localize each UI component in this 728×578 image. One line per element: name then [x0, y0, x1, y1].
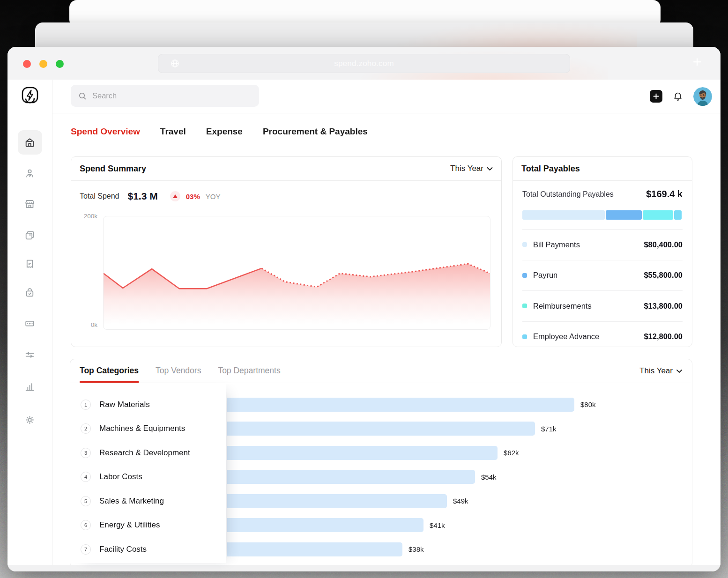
rank-badge: 5	[81, 496, 91, 506]
rank-badge: 1	[81, 400, 91, 410]
category-bar-value: $38k	[409, 545, 424, 553]
total-payables-title: Total Payables	[521, 164, 580, 174]
spend-summary-period-dropdown[interactable]: This Year	[450, 164, 493, 173]
category-bars: $80k $71k $62k $54k $49k $41k $38k	[227, 393, 692, 562]
add-button[interactable]	[650, 90, 662, 103]
category-row: 3Research & Development	[70, 441, 226, 465]
category-bar	[227, 398, 574, 412]
outstanding-value: $169.4 k	[646, 189, 683, 200]
cards-icon	[24, 230, 36, 241]
top-categories-body: $80k $71k $62k $54k $49k $41k $38k 1Raw …	[70, 383, 692, 567]
category-row: 7Facility Costs	[70, 537, 226, 562]
category-bar	[227, 542, 402, 556]
legend-label: Bill Payments	[533, 240, 580, 249]
period-value: This Year	[450, 164, 483, 173]
category-row: 1Raw Materials	[70, 393, 226, 417]
legend-row: Reimbursements $13,800.00	[522, 290, 683, 321]
app-logo	[20, 85, 40, 106]
top-spend-period-dropdown[interactable]: This Year	[639, 366, 683, 376]
sidebar	[7, 80, 52, 565]
outstanding-label: Total Outstanding Payables	[522, 190, 614, 199]
legend-swatch	[522, 304, 527, 308]
window-zoom-button[interactable]	[56, 60, 64, 68]
sidebar-item-settings[interactable]	[18, 408, 42, 432]
total-spend-value: $1.3 M	[128, 191, 158, 202]
top-spend-card: Top Categories Top Vendors Top Departmen…	[70, 359, 692, 568]
category-row: 2Machines & Equipments	[70, 417, 226, 441]
tab-spend-overview[interactable]: Spend Overview	[71, 126, 140, 137]
yoy-percent: 03%	[186, 193, 200, 200]
rank-badge: 4	[81, 472, 91, 482]
sidebar-item-receipts[interactable]	[18, 252, 42, 276]
legend-label: Payrun	[533, 271, 557, 280]
avatar[interactable]	[693, 87, 712, 106]
rank-badge: 3	[81, 448, 91, 458]
global-search[interactable]	[71, 85, 259, 107]
chevron-down-icon	[676, 369, 683, 373]
yoy-up-badge	[170, 191, 180, 201]
bag-check-icon	[24, 287, 36, 298]
rank-badge: 6	[81, 520, 91, 530]
legend-value: $80,400.00	[644, 240, 683, 249]
category-bar-row: $54k	[227, 465, 692, 489]
plus-icon	[653, 93, 659, 99]
category-bar-row: $62k	[227, 441, 692, 465]
category-bar	[227, 494, 447, 508]
period-value: This Year	[639, 366, 673, 376]
legend-value: $12,800.00	[644, 332, 683, 341]
sidebar-item-analytics[interactable]	[18, 374, 42, 399]
receipt-icon	[24, 258, 36, 270]
category-row: 6Energy & Utilities	[70, 513, 226, 538]
search-input[interactable]	[91, 91, 248, 101]
tab-travel[interactable]: Travel	[160, 126, 186, 137]
category-bar-value: $71k	[541, 425, 557, 433]
legend-row: Bill Payments $80,400.00	[522, 229, 683, 260]
new-tab-button[interactable]: +	[690, 55, 705, 70]
sidebar-item-purchases[interactable]	[18, 280, 42, 304]
spend-trend-plot	[103, 216, 490, 330]
app-header	[52, 80, 721, 113]
tab-procurement-payables[interactable]: Procurement & Payables	[263, 126, 368, 137]
category-label: Energy & Utilities	[99, 520, 160, 530]
arrow-up-icon	[173, 194, 178, 198]
address-bar-url: spend.zoho.com	[334, 59, 394, 68]
category-label: Research & Development	[99, 448, 190, 458]
tab-top-vendors[interactable]: Top Vendors	[156, 359, 201, 383]
window-minimize-button[interactable]	[39, 60, 47, 68]
total-payables-card: Total Payables Total Outstanding Payable…	[513, 156, 692, 347]
category-list-panel: 1Raw Materials 2Machines & Equipments 3R…	[70, 383, 226, 563]
category-bar	[227, 422, 535, 436]
sidebar-item-home[interactable]	[18, 130, 42, 155]
spend-trend-chart	[104, 216, 490, 329]
legend-swatch	[522, 242, 527, 247]
tab-top-departments[interactable]: Top Departments	[218, 359, 280, 383]
total-spend-label: Total Spend	[80, 192, 119, 200]
sidebar-item-store[interactable]	[18, 192, 42, 216]
legend-row: Employee Advance $12,800.00	[522, 321, 683, 352]
sidebar-item-cards[interactable]	[18, 223, 42, 247]
total-payables-header: Total Payables	[513, 157, 692, 181]
legend-row: Payrun $55,800.00	[522, 260, 683, 291]
legend-value: $13,800.00	[644, 302, 683, 311]
payables-legend: Bill Payments $80,400.00 Payrun $55,800.…	[522, 229, 683, 352]
payables-progress-segment	[674, 210, 682, 220]
address-bar[interactable]: spend.zoho.com	[158, 54, 570, 73]
window-close-button[interactable]	[23, 60, 31, 68]
category-bar-value: $62k	[504, 449, 519, 457]
category-label: Labor Costs	[99, 472, 142, 482]
legend-swatch	[522, 334, 527, 339]
yoy-label: YOY	[206, 193, 221, 200]
sidebar-item-controls[interactable]	[18, 342, 42, 367]
sidebar-item-payments[interactable]	[18, 311, 42, 335]
home-icon	[24, 137, 36, 148]
bell-icon[interactable]	[672, 91, 683, 102]
top-spend-header: Top Categories Top Vendors Top Departmen…	[70, 359, 692, 383]
category-bar	[227, 518, 423, 532]
tab-expense[interactable]: Expense	[206, 126, 243, 137]
category-label: Machines & Equipments	[99, 424, 185, 433]
user-icon	[24, 168, 36, 179]
sidebar-item-people[interactable]	[18, 161, 42, 185]
category-bar-value: $49k	[453, 497, 468, 505]
tab-top-categories[interactable]: Top Categories	[80, 359, 139, 383]
page-content: Spend Overview Travel Expense Procuremen…	[52, 113, 721, 565]
